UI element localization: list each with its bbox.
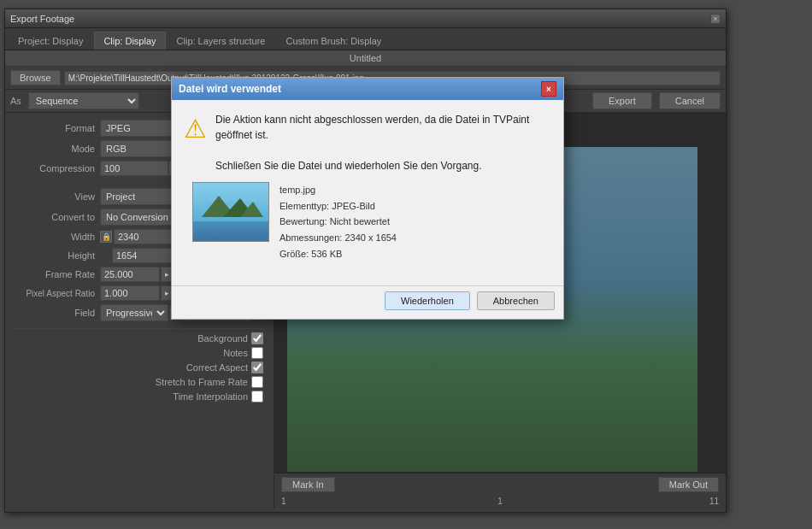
- dialog-rating: Bewertung: Nicht bewertet: [279, 214, 397, 230]
- dialog-close-button[interactable]: ×: [541, 81, 556, 97]
- dialog-dimensions: Abmessungen: 2340 x 1654: [279, 230, 397, 246]
- dialog-size: Größe: 536 KB: [279, 246, 397, 262]
- dialog-thumbnail: [192, 182, 269, 242]
- thumbnail-svg: [193, 183, 269, 242]
- dialog-buttons: Wiederholen Abbrechen: [172, 285, 563, 319]
- dialog-file-info: temp.jpg Elementtyp: JPEG-Bild Bewertung…: [279, 182, 397, 262]
- warning-icon: ⚠: [184, 114, 207, 173]
- dialog-overlay: Datei wird verwendet × ⚠ Die Aktion kann…: [0, 0, 812, 529]
- dialog-retry-button[interactable]: Wiederholen: [385, 291, 470, 310]
- dialog-filename: temp.jpg: [279, 182, 397, 198]
- dialog-top-row: ⚠ Die Aktion kann nicht abgeschlossen we…: [184, 112, 551, 173]
- dialog: Datei wird verwendet × ⚠ Die Aktion kann…: [171, 77, 564, 320]
- dialog-file-section: temp.jpg Elementtyp: JPEG-Bild Bewertung…: [184, 182, 551, 262]
- dialog-title-bar: Datei wird verwendet ×: [172, 78, 563, 100]
- dialog-message-line2: ist.: [256, 129, 268, 141]
- dialog-message-line3: Schließen Sie die Datei und wiederholen …: [215, 160, 482, 172]
- dialog-body: ⚠ Die Aktion kann nicht abgeschlossen we…: [172, 100, 563, 285]
- dialog-title: Datei wird verwendet: [179, 83, 281, 95]
- svg-rect-1: [193, 221, 269, 242]
- dialog-message: Die Aktion kann nicht abgeschlossen werd…: [215, 112, 551, 173]
- dialog-element-type: Elementtyp: JPEG-Bild: [279, 198, 397, 215]
- dialog-cancel-button[interactable]: Abbrechen: [477, 291, 555, 310]
